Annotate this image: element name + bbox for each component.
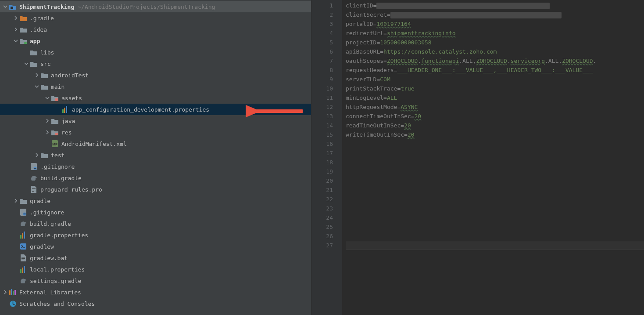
tree-item[interactable]: .gitignore xyxy=(0,161,311,172)
svg-rect-29 xyxy=(11,289,12,295)
tree-item[interactable]: app_configuration_development.properties xyxy=(0,104,311,115)
chevron-right-icon[interactable] xyxy=(44,129,51,136)
gradle-elephant-icon xyxy=(30,174,38,181)
code-line[interactable]: clientID= xyxy=(346,1,644,10)
prop-value: shipmenttrackinginfo xyxy=(387,30,456,36)
folder-icon xyxy=(30,49,38,56)
code-line-empty[interactable] xyxy=(346,232,644,241)
code-line[interactable]: minLogLevel=ALL xyxy=(346,93,644,102)
chevron-right-icon[interactable] xyxy=(33,152,40,159)
tree-item-label: src xyxy=(40,61,50,67)
tree-item[interactable]: External Libraries xyxy=(0,286,311,298)
tree-item[interactable]: gradlew xyxy=(0,241,311,252)
chevron-right-icon[interactable] xyxy=(44,117,51,124)
chevron-right-icon[interactable] xyxy=(2,289,9,296)
prop-value-seg: ZOHOCLOUD xyxy=(476,58,507,64)
code-line[interactable]: writeTimeOutInSec=20 xyxy=(346,130,644,139)
code-line-empty[interactable] xyxy=(346,158,644,167)
tree-item-label: settings.gradle xyxy=(30,278,81,284)
chevron-down-icon[interactable] xyxy=(2,3,9,10)
line-number: 22 xyxy=(311,195,333,204)
code-line-empty[interactable] xyxy=(346,241,644,250)
code-line[interactable]: connectTimeOutInSec=20 xyxy=(346,112,644,121)
tree-item[interactable]: MFAndroidManifest.xml xyxy=(0,138,311,149)
code-line[interactable]: clientSecret= xyxy=(346,10,644,19)
tree-root-row[interactable]: ShipmentTracking~/AndroidStudioProjects/… xyxy=(0,1,311,12)
tree-item[interactable]: test xyxy=(0,149,311,161)
tree-item-label: .gradle xyxy=(30,15,54,22)
code-line-empty[interactable] xyxy=(346,213,644,222)
chevron-right-icon[interactable] xyxy=(12,197,19,204)
tree-item[interactable]: app xyxy=(0,35,311,47)
tree-item[interactable]: gradle.properties xyxy=(0,229,311,241)
chevron-spacer xyxy=(12,243,19,250)
tree-item[interactable]: .gradle xyxy=(0,12,311,24)
code-line[interactable]: oauthScopes=ZOHOCLOUD.functionapi.ALL,ZO… xyxy=(346,56,644,65)
prop-value: ALL xyxy=(387,94,397,101)
tree-item[interactable]: assets xyxy=(0,92,311,104)
editor-code-area[interactable]: clientID=clientSecret=portalID=100197716… xyxy=(342,0,644,315)
chevron-down-icon[interactable] xyxy=(12,37,19,44)
prop-value-seg: . xyxy=(593,58,597,64)
editor-panel[interactable]: 1234567891011121314151617181920212223242… xyxy=(311,0,644,315)
chevron-down-icon[interactable] xyxy=(23,60,30,67)
code-line[interactable]: readTimeOutInSec=20 xyxy=(346,121,644,130)
prop-value: 20 xyxy=(408,131,415,138)
code-line-empty[interactable] xyxy=(346,176,644,185)
tree-item[interactable]: gradle xyxy=(0,195,311,206)
code-line-empty[interactable] xyxy=(346,195,644,204)
code-line[interactable]: redirectUrl=shipmenttrackinginfo xyxy=(346,29,644,38)
svg-rect-31 xyxy=(14,290,16,295)
tree-item[interactable]: Scratches and Consoles xyxy=(0,298,311,309)
code-line-empty[interactable] xyxy=(346,204,644,213)
line-number: 4 xyxy=(311,29,333,38)
code-line[interactable]: apiBaseURL=https://console.catalyst.zoho… xyxy=(346,47,644,56)
tree-item-label: gradle.properties xyxy=(30,232,88,239)
tree-item-label: local.properties xyxy=(30,266,85,273)
tree-item[interactable]: androidTest xyxy=(0,69,311,81)
tree-item[interactable]: build.gradle xyxy=(0,218,311,229)
code-line-empty[interactable] xyxy=(346,222,644,232)
chevron-right-icon[interactable] xyxy=(33,72,40,79)
tree-item[interactable]: local.properties xyxy=(0,264,311,275)
tree-item[interactable]: java xyxy=(0,115,311,127)
code-line[interactable]: serverTLD=COM xyxy=(346,75,644,84)
code-line-empty[interactable] xyxy=(346,167,644,176)
code-line[interactable]: portalID=1001977164 xyxy=(346,19,644,29)
tree-item[interactable]: build.gradle xyxy=(0,172,311,184)
svg-rect-30 xyxy=(13,291,14,295)
svg-rect-3 xyxy=(64,108,65,113)
chevron-right-icon[interactable] xyxy=(12,14,19,22)
svg-rect-20 xyxy=(20,235,21,239)
prop-key: oauthScopes xyxy=(346,58,383,64)
tree-item[interactable]: main xyxy=(0,81,311,92)
tree-item[interactable]: gradlew.bat xyxy=(0,252,311,264)
chevron-right-icon[interactable] xyxy=(12,26,19,33)
tree-item-label: androidTest xyxy=(51,72,89,79)
chevron-down-icon[interactable] xyxy=(33,83,40,90)
tree-item[interactable]: .gitignore xyxy=(0,206,311,218)
code-line[interactable]: requestHeaders=___HEADER_ONE___:___VALUE… xyxy=(346,65,644,75)
chevron-down-icon[interactable] xyxy=(44,94,51,101)
code-line[interactable]: printStackTrace=true xyxy=(346,84,644,93)
tree-item[interactable]: src xyxy=(0,58,311,69)
line-number: 21 xyxy=(311,185,333,195)
line-number: 12 xyxy=(311,102,333,112)
code-line[interactable]: projectID=105000000003058 xyxy=(346,38,644,47)
code-line-empty[interactable] xyxy=(346,185,644,195)
tree-item[interactable]: libs xyxy=(0,47,311,58)
tree-item[interactable]: .idea xyxy=(0,24,311,35)
code-line-empty[interactable] xyxy=(346,148,644,158)
text-file-icon xyxy=(19,254,27,261)
code-line[interactable]: httpRequestMode=ASYNC xyxy=(346,102,644,112)
tree-item-label: Scratches and Consoles xyxy=(19,301,95,307)
line-number: 8 xyxy=(311,65,333,75)
tree-item[interactable]: settings.gradle xyxy=(0,275,311,286)
tree-item[interactable]: proguard-rules.pro xyxy=(0,184,311,195)
tree-item[interactable]: res xyxy=(0,127,311,138)
prop-value-seg: .ALL, xyxy=(545,58,562,64)
folder-icon xyxy=(51,117,59,124)
folder-icon xyxy=(40,152,48,159)
code-line-empty[interactable] xyxy=(346,139,644,148)
project-tree-panel[interactable]: ShipmentTracking~/AndroidStudioProjects/… xyxy=(0,0,311,315)
